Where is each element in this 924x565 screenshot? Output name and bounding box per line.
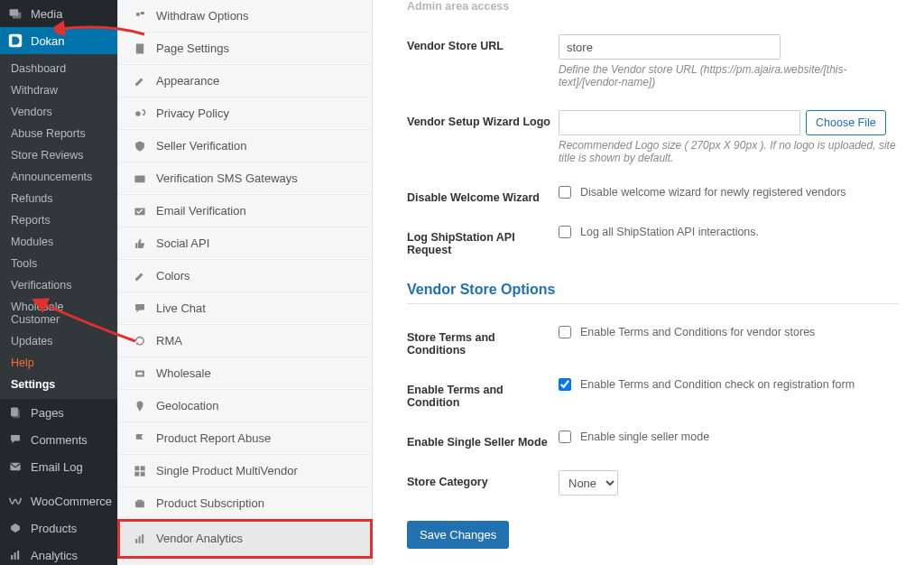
svg-rect-23 [135, 539, 137, 543]
svg-rect-25 [142, 534, 143, 543]
settings-tab-verification-sms-gateways[interactable]: Verification SMS Gateways [118, 162, 372, 195]
store-category-select[interactable]: None [559, 470, 618, 496]
enable-terms-checkbox[interactable] [559, 378, 571, 391]
wizard-logo-label: Vendor Setup Wizard Logo [407, 110, 551, 128]
wizard-logo-input[interactable] [559, 110, 800, 135]
sub-icon [133, 496, 147, 511]
settings-tab-page-settings[interactable]: Page Settings [118, 32, 372, 65]
settings-tab-label: Colors [156, 269, 190, 282]
svg-rect-14 [134, 175, 144, 182]
svg-rect-6 [11, 555, 13, 560]
dokan-submenu-vendors[interactable]: Vendors [0, 101, 117, 123]
svg-rect-20 [134, 471, 139, 476]
menu-label: Dokan [31, 34, 65, 48]
settings-tab-single-product-multivendor[interactable]: Single Product MultiVendor [118, 455, 372, 487]
dokan-submenu-settings[interactable]: Settings [0, 374, 117, 395]
settings-tab-label: Single Product MultiVendor [156, 464, 298, 477]
svg-rect-22 [135, 501, 144, 507]
dokan-submenu-tools[interactable]: Tools [0, 253, 117, 274]
svg-point-10 [136, 12, 140, 15]
svg-rect-18 [134, 466, 139, 470]
chat-icon [133, 301, 147, 316]
disable-wizard-checkbox[interactable] [559, 186, 571, 199]
dokan-submenu-refunds[interactable]: Refunds [0, 188, 117, 209]
settings-tab-email-verification[interactable]: Email Verification [118, 195, 372, 227]
settings-tab-vendor-analytics[interactable]: Vendor Analytics [118, 520, 372, 558]
dokan-submenu-verifications[interactable]: Verifications [0, 274, 117, 296]
comments-icon [7, 431, 23, 448]
settings-tab-privacy-policy[interactable]: Privacy Policy [118, 97, 372, 130]
dokan-submenu-withdraw[interactable]: Withdraw [0, 79, 117, 101]
enable-terms-label: Enable Terms and Condition [407, 378, 551, 409]
settings-tab-label: Verification SMS Gateways [156, 171, 298, 185]
menu-media[interactable]: Media [0, 0, 117, 27]
menu-dokan[interactable]: Dokan [0, 27, 117, 54]
log-shipstation-checkbox[interactable] [559, 226, 571, 238]
dokan-submenu-wholesale-customer[interactable]: Wholesale Customer [0, 296, 117, 330]
settings-tab-wholesale[interactable]: Wholesale [118, 357, 372, 390]
menu-analytics[interactable]: Analytics [0, 542, 117, 565]
svg-point-13 [135, 111, 141, 116]
svg-rect-7 [14, 552, 16, 560]
dokan-icon [7, 32, 23, 49]
brush-icon [133, 269, 147, 283]
shield-icon [133, 139, 147, 153]
log-shipstation-label: Log ShipStation API Request [407, 226, 551, 256]
page-icon [133, 42, 147, 56]
vendor-store-url-input[interactable] [559, 34, 781, 60]
dokan-submenu-help[interactable]: Help [0, 352, 117, 374]
settings-tab-withdraw-options[interactable]: Withdraw Options [118, 0, 372, 32]
save-changes-button[interactable]: Save Changes [407, 521, 509, 549]
menu-products[interactable]: Products [0, 514, 117, 542]
settings-tab-colors[interactable]: Colors [118, 260, 372, 292]
svg-rect-24 [139, 536, 141, 543]
settings-tab-label: Withdraw Options [156, 9, 249, 23]
store-terms-checkbox[interactable] [559, 326, 571, 338]
single-seller-checkbox[interactable] [559, 431, 571, 443]
menu-email-log[interactable]: Email Log [0, 453, 117, 480]
dokan-submenu: DashboardWithdrawVendorsAbuse ReportsSto… [0, 54, 117, 399]
menu-comments[interactable]: Comments [0, 426, 117, 453]
menu-pages[interactable]: Pages [0, 399, 117, 426]
settings-tab-rma[interactable]: RMA [118, 325, 372, 357]
mail-icon [133, 171, 147, 186]
dokan-submenu-updates[interactable]: Updates [0, 330, 117, 352]
pin-icon [133, 399, 147, 413]
settings-tab-live-chat[interactable]: Live Chat [118, 292, 372, 325]
settings-tab-label: Seller Verification [156, 139, 246, 153]
choose-file-button[interactable]: Choose File [806, 110, 886, 135]
settings-tab-label: Wholesale [156, 366, 211, 380]
disable-wizard-label: Disable Welcome Wizard [407, 186, 551, 204]
settings-tab-geolocation[interactable]: Geolocation [118, 390, 372, 422]
products-icon [7, 520, 23, 536]
dokan-submenu-abuse-reports[interactable]: Abuse Reports [0, 123, 117, 144]
menu-label: Media [31, 7, 62, 21]
dokan-submenu-reports[interactable]: Reports [0, 209, 117, 231]
settings-tab-social-api[interactable]: Social API [118, 227, 372, 260]
settings-tab-label: Page Settings [156, 42, 229, 55]
enable-terms-chk-label: Enable Terms and Condition check on regi… [580, 378, 855, 391]
vendor-store-url-hint: Define the Vendor store URL (https://pm.… [559, 63, 899, 88]
wholesale-icon [133, 366, 147, 381]
single-seller-label: Enable Single Seller Mode [407, 431, 551, 449]
appearance-icon [133, 74, 147, 88]
privacy-icon [133, 107, 147, 121]
settings-form: Admin area access Vendor Store URL Defin… [373, 0, 924, 565]
dokan-submenu-dashboard[interactable]: Dashboard [0, 58, 117, 79]
dokan-settings-tabs: Withdraw OptionsPage SettingsAppearanceP… [117, 0, 373, 565]
svg-rect-21 [141, 471, 145, 476]
settings-tab-product-subscription[interactable]: Product Subscription [118, 487, 372, 520]
settings-tab-label: Appearance [156, 74, 219, 88]
flag-icon [133, 431, 147, 446]
dokan-submenu-modules[interactable]: Modules [0, 231, 117, 253]
svg-rect-11 [141, 12, 144, 14]
settings-tab-label: Email Verification [156, 204, 246, 218]
dokan-submenu-announcements[interactable]: Announcements [0, 166, 117, 188]
dokan-submenu-store-reviews[interactable]: Store Reviews [0, 144, 117, 166]
settings-tab-product-report-abuse[interactable]: Product Report Abuse [118, 422, 372, 455]
settings-tab-seller-verification[interactable]: Seller Verification [118, 130, 372, 162]
settings-tab-appearance[interactable]: Appearance [118, 65, 372, 97]
vendor-store-options-heading: Vendor Store Options [407, 282, 899, 304]
menu-woocommerce[interactable]: WooCommerce [0, 487, 117, 514]
settings-tab-label: Product Subscription [156, 496, 264, 510]
